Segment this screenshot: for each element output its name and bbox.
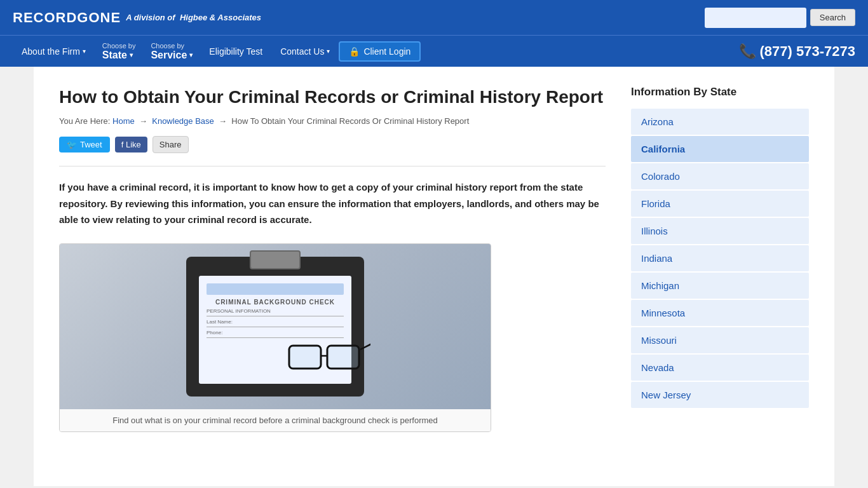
state-item-michigan[interactable]: Michigan xyxy=(631,273,809,299)
svg-rect-1 xyxy=(327,346,359,369)
page-wrapper: How to Obtain Your Criminal Records or C… xyxy=(34,67,834,486)
image-caption: Find out what is on your criminal record… xyxy=(60,409,491,431)
paper-subtitle3: Phone: xyxy=(207,330,344,336)
glasses-graphic xyxy=(288,341,370,377)
state-item-florida[interactable]: Florida xyxy=(631,191,809,217)
lock-icon: 🔒 xyxy=(349,46,360,57)
paper-subtitle2: Last Name: xyxy=(207,319,344,325)
sidebar: Information By State ArizonaCaliforniaCo… xyxy=(631,86,809,432)
share-button[interactable]: Share xyxy=(153,136,189,153)
logo-area: RECORDGONE A division of Higbee & Associ… xyxy=(13,10,261,26)
client-login-button[interactable]: 🔒 Client Login xyxy=(339,41,421,62)
state-chevron-icon: ▾ xyxy=(130,51,133,58)
article-intro: If you have a criminal record, it is imp… xyxy=(59,179,606,228)
social-buttons: 🐦 Tweet f Like Share xyxy=(59,136,606,153)
content-divider xyxy=(59,166,606,166)
main-content: How to Obtain Your Criminal Records or C… xyxy=(59,86,606,432)
state-item-colorado[interactable]: Colorado xyxy=(631,163,809,189)
about-chevron-icon: ▾ xyxy=(83,48,86,55)
logo-brand[interactable]: RECORDGONE xyxy=(13,10,121,26)
article-title: How to Obtain Your Criminal Records or C… xyxy=(59,86,606,109)
paper-subtitle1: PERSONAL INFORMATION xyxy=(207,308,344,314)
sidebar-title: Information By State xyxy=(631,86,809,98)
state-item-nevada[interactable]: Nevada xyxy=(631,355,809,381)
twitter-icon: 🐦 xyxy=(67,140,77,149)
paper-line1 xyxy=(207,316,344,316)
nav-contact[interactable]: Contact Us ▾ xyxy=(271,36,339,67)
search-input[interactable] xyxy=(705,8,806,28)
content-layout: How to Obtain Your Criminal Records or C… xyxy=(34,67,834,451)
breadcrumb-knowledge-base[interactable]: Knowledge Base xyxy=(152,116,214,126)
state-list: ArizonaCaliforniaColoradoFloridaIllinois… xyxy=(631,109,809,408)
nav-left: About the Firm ▾ Choose by State ▾ Choos… xyxy=(13,36,421,67)
nav-right: 📞 (877) 573-7273 xyxy=(739,43,855,60)
nav-eligibility[interactable]: Eligibility Test xyxy=(200,36,271,67)
nav-about[interactable]: About the Firm ▾ xyxy=(13,36,95,67)
facebook-icon: f xyxy=(121,140,124,149)
state-item-arizona[interactable]: Arizona xyxy=(631,109,809,135)
breadcrumb-home[interactable]: Home xyxy=(112,116,135,126)
clipboard-graphic: CRIMINAL BACKGROUND CHECK PERSONAL INFOR… xyxy=(186,257,364,396)
service-chevron-icon: ▾ xyxy=(189,51,193,58)
paper-line2 xyxy=(207,327,344,327)
state-item-new-jersey[interactable]: New Jersey xyxy=(631,382,809,408)
article-image: CRIMINAL BACKGROUND CHECK PERSONAL INFOR… xyxy=(60,244,491,409)
breadcrumb: You Are Here: Home → Knowledge Base → Ho… xyxy=(59,116,606,126)
nav-bar: About the Firm ▾ Choose by State ▾ Choos… xyxy=(0,35,868,67)
state-item-indiana[interactable]: Indiana xyxy=(631,245,809,271)
article-image-wrapper: CRIMINAL BACKGROUND CHECK PERSONAL INFOR… xyxy=(59,243,491,432)
phone-icon: 📞 xyxy=(739,43,756,60)
state-item-missouri[interactable]: Missouri xyxy=(631,327,809,353)
breadcrumb-current: How To Obtain Your Criminal Records Or C… xyxy=(231,116,469,126)
paper-stripe xyxy=(207,283,344,295)
state-item-california[interactable]: California xyxy=(631,136,809,162)
search-button[interactable]: Search xyxy=(810,9,855,26)
svg-rect-0 xyxy=(289,346,321,369)
state-item-illinois[interactable]: Illinois xyxy=(631,218,809,244)
search-area: Search xyxy=(705,8,855,28)
phone-display: 📞 (877) 573-7273 xyxy=(739,43,855,60)
tweet-button[interactable]: 🐦 Tweet xyxy=(59,137,110,152)
contact-chevron-icon: ▾ xyxy=(327,48,330,55)
state-item-minnesota[interactable]: Minnesota xyxy=(631,300,809,326)
nav-choose-state[interactable]: Choose by State ▾ xyxy=(95,36,144,67)
svg-line-4 xyxy=(360,344,370,349)
clipboard-clip xyxy=(250,250,301,269)
top-bar: RECORDGONE A division of Higbee & Associ… xyxy=(0,0,868,35)
logo-division: A division of Higbee & Associates xyxy=(126,13,261,22)
paper-line3 xyxy=(207,337,344,338)
clipboard-paper: CRIMINAL BACKGROUND CHECK PERSONAL INFOR… xyxy=(199,276,351,384)
nav-choose-service[interactable]: Choose by Service ▾ xyxy=(143,36,200,67)
background-check-image: CRIMINAL BACKGROUND CHECK PERSONAL INFOR… xyxy=(60,244,491,409)
paper-title: CRIMINAL BACKGROUND CHECK xyxy=(207,299,344,306)
like-button[interactable]: f Like xyxy=(115,137,147,152)
